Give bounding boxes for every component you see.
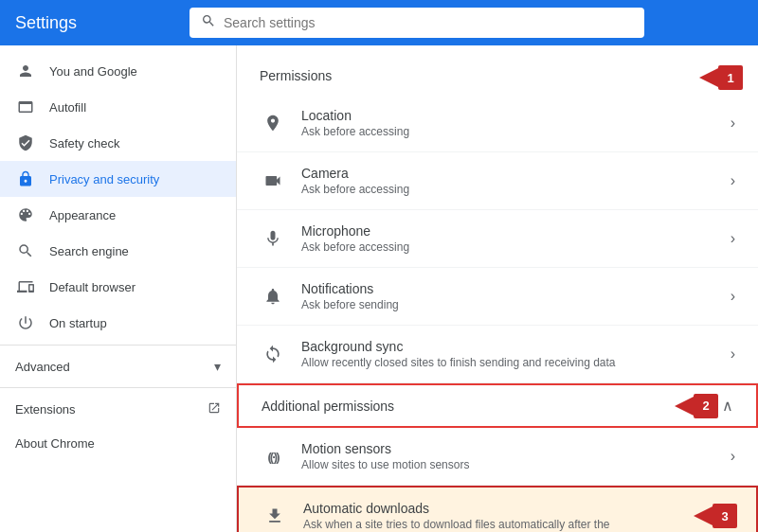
- sidebar-item-appearance[interactable]: Appearance: [0, 197, 236, 233]
- annotation-badge-2: 2: [694, 394, 718, 418]
- external-link-icon: [208, 401, 221, 417]
- chevron-up-icon: ∧: [722, 397, 733, 415]
- permission-name-automatic-downloads: Automatic downloads: [303, 501, 643, 516]
- additional-permissions-header[interactable]: Additional permissions 2 ∧: [237, 383, 758, 428]
- search-icon: [201, 13, 216, 32]
- sync-icon: [260, 345, 286, 364]
- download-icon: [262, 506, 288, 525]
- permission-item-microphone[interactable]: Microphone Ask before accessing ›: [237, 210, 758, 268]
- permission-item-location[interactable]: Location Ask before accessing ›: [237, 95, 758, 152]
- annotation-arrow-2: [637, 397, 694, 416]
- sidebar-item-search-engine[interactable]: Search engine: [0, 233, 236, 269]
- sidebar-item-on-startup[interactable]: On startup: [0, 305, 236, 341]
- permission-desc-motion-sensors: Allow sites to use motion sensors: [301, 458, 731, 471]
- permission-desc-location: Ask before accessing: [301, 125, 731, 138]
- sidebar: You and Google Autofill Safety check Pri…: [0, 45, 237, 532]
- permission-text-background-sync: Background sync Allow recently closed si…: [301, 339, 731, 369]
- chevron-down-icon: ▾: [214, 359, 221, 374]
- permission-text-camera: Camera Ask before accessing: [301, 166, 731, 196]
- sidebar-divider-2: [0, 387, 236, 388]
- app-header: Settings: [0, 0, 758, 45]
- location-icon: [260, 114, 286, 133]
- permission-name-motion-sensors: Motion sensors: [301, 441, 731, 456]
- permission-item-notifications[interactable]: Notifications Ask before sending ›: [237, 268, 758, 326]
- annotation-badge-1: 1: [718, 65, 743, 90]
- permission-text-motion-sensors: Motion sensors Allow sites to use motion…: [301, 441, 731, 471]
- permission-name-notifications: Notifications: [301, 281, 731, 296]
- shield-icon: [15, 134, 36, 151]
- microphone-icon: [260, 229, 286, 248]
- search-bar[interactable]: [190, 8, 644, 38]
- permission-text-notifications: Notifications Ask before sending: [301, 281, 731, 311]
- sidebar-label-default-browser: Default browser: [49, 280, 221, 294]
- sidebar-item-extensions[interactable]: Extensions: [0, 392, 236, 427]
- permission-name-microphone: Microphone: [301, 223, 731, 239]
- notifications-icon: [260, 287, 286, 306]
- permission-desc-notifications: Ask before sending: [301, 298, 731, 311]
- sidebar-item-autofill[interactable]: Autofill: [0, 89, 236, 125]
- permission-text-location: Location Ask before accessing: [301, 108, 731, 138]
- sidebar-extensions-label: Extensions: [15, 402, 208, 417]
- permission-text-automatic-downloads: Automatic downloads Ask when a site trie…: [303, 501, 643, 531]
- annotation-3: 3: [656, 504, 737, 528]
- sidebar-about-label: About Chrome: [15, 436, 221, 451]
- sidebar-label-on-startup: On startup: [49, 316, 221, 330]
- sidebar-item-you-and-google[interactable]: You and Google: [0, 53, 236, 89]
- permission-desc-microphone: Ask before accessing: [301, 240, 731, 254]
- autofill-icon: [15, 98, 36, 115]
- permissions-title: Permissions: [260, 68, 332, 83]
- sidebar-label-appearance: Appearance: [49, 208, 221, 222]
- annotation-arrow-3: [656, 506, 713, 525]
- sidebar-item-safety-check[interactable]: Safety check: [0, 125, 236, 161]
- app-title: Settings: [15, 13, 167, 33]
- annotation-2: 2: [637, 394, 718, 418]
- chevron-right-icon-motion-sensors: ›: [731, 448, 735, 465]
- search-input[interactable]: [224, 15, 633, 30]
- permission-item-automatic-downloads[interactable]: Automatic downloads Ask when a site trie…: [237, 486, 758, 532]
- permission-desc-background-sync: Allow recently closed sites to finish se…: [301, 356, 731, 369]
- browser-icon: [15, 278, 36, 295]
- sidebar-divider-1: [0, 345, 236, 346]
- permission-desc-camera: Ask before accessing: [301, 183, 731, 196]
- sidebar-advanced-section[interactable]: Advanced ▾: [0, 349, 236, 383]
- chevron-right-icon-notifications: ›: [731, 288, 735, 305]
- appearance-icon: [15, 206, 36, 223]
- camera-icon: [260, 171, 286, 190]
- power-icon: [15, 314, 36, 331]
- annotation-arrow-1: [661, 68, 718, 87]
- permission-item-motion-sensors[interactable]: ((·)) Motion sensors Allow sites to use …: [237, 428, 758, 486]
- annotation-badge-3: 3: [713, 504, 737, 528]
- sidebar-label-safety-check: Safety check: [49, 136, 221, 151]
- lock-icon: [15, 170, 36, 187]
- sidebar-label-search-engine: Search engine: [49, 244, 221, 258]
- sidebar-advanced-label: Advanced: [15, 360, 210, 374]
- main-layout: You and Google Autofill Safety check Pri…: [0, 45, 758, 532]
- permission-name-background-sync: Background sync: [301, 339, 731, 354]
- chevron-right-icon-background-sync: ›: [731, 346, 735, 363]
- sidebar-label-you-and-google: You and Google: [49, 64, 221, 79]
- content-area: Permissions 1 Location Ask before access…: [237, 45, 758, 532]
- sidebar-item-privacy-and-security[interactable]: Privacy and security: [0, 161, 236, 197]
- permission-name-camera: Camera: [301, 166, 731, 181]
- sidebar-item-about-chrome[interactable]: About Chrome: [0, 427, 236, 460]
- chevron-right-icon-microphone: ›: [731, 230, 735, 247]
- chevron-right-icon-location: ›: [731, 115, 735, 132]
- sidebar-item-default-browser[interactable]: Default browser: [0, 269, 236, 305]
- annotation-1: 1: [661, 65, 743, 90]
- search-engine-icon: [15, 242, 36, 259]
- sidebar-label-privacy-and-security: Privacy and security: [49, 172, 221, 186]
- permission-desc-automatic-downloads: Ask when a site tries to download files …: [303, 518, 643, 531]
- chevron-right-icon-camera: ›: [731, 172, 735, 189]
- person-icon: [15, 62, 36, 80]
- permission-text-microphone: Microphone Ask before accessing: [301, 223, 731, 254]
- permission-item-camera[interactable]: Camera Ask before accessing ›: [237, 152, 758, 210]
- sidebar-label-autofill: Autofill: [49, 100, 221, 115]
- permission-item-background-sync[interactable]: Background sync Allow recently closed si…: [237, 326, 758, 383]
- permission-name-location: Location: [301, 108, 731, 123]
- motion-sensors-icon: ((·)): [260, 450, 286, 464]
